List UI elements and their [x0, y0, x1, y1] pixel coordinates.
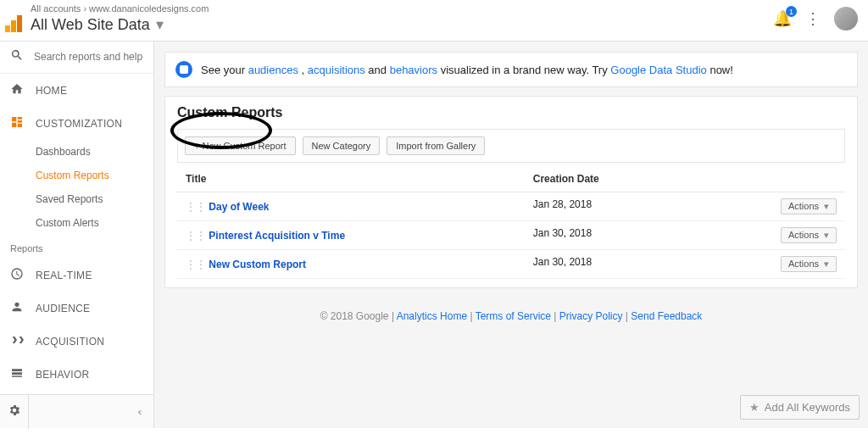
breadcrumb-all: All accounts: [31, 3, 81, 14]
creation-date: Jan 30, 2018: [533, 256, 592, 268]
chevron-down-icon: ▾: [824, 230, 829, 240]
drag-handle-icon[interactable]: ⋮⋮: [186, 201, 206, 213]
chevron-down-icon: ▾: [824, 259, 829, 269]
chevron-down-icon: ▾: [824, 201, 829, 211]
table-row: ⋮⋮ New Custom Report Jan 30, 2018 Action…: [177, 250, 845, 279]
new-category-button[interactable]: New Category: [303, 136, 381, 155]
drag-handle-icon[interactable]: ⋮⋮: [186, 259, 206, 270]
more-menu-button[interactable]: ⋮: [805, 9, 821, 28]
breadcrumb[interactable]: All accounts › www.dananicoledesigns.com: [31, 3, 209, 14]
sidebar: Search reports and help HOME CUSTOMIZATI…: [0, 42, 154, 428]
footer-copyright: © 2018 Google: [320, 310, 389, 322]
sidebar-item-label: AUDIENCE: [36, 303, 90, 314]
collapse-sidebar-button[interactable]: ‹: [29, 405, 153, 418]
actions-button[interactable]: Actions▾: [781, 227, 837, 243]
gear-icon: [8, 403, 21, 420]
sidebar-sub-custom-alerts[interactable]: Custom Alerts: [0, 211, 153, 235]
avatar[interactable]: [834, 7, 858, 31]
link-terms-of-service[interactable]: Terms of Service: [476, 310, 551, 322]
acquisition-icon: [10, 333, 24, 349]
report-link[interactable]: Pinterest Acquisition v Time: [209, 230, 345, 242]
star-icon: ★: [749, 401, 760, 414]
drag-handle-icon[interactable]: ⋮⋮: [186, 230, 206, 242]
link-google-data-studio[interactable]: Google Data Studio: [610, 64, 706, 76]
add-all-keywords-button[interactable]: ★Add All Keywords: [740, 395, 860, 420]
link-acquisitions[interactable]: acquisitions: [308, 64, 365, 76]
admin-button[interactable]: [0, 395, 29, 429]
data-studio-banner: See your audiences , acquisitions and be…: [164, 52, 858, 87]
data-studio-icon: [175, 61, 192, 78]
footer-links: © 2018 Google | Analytics Home | Terms o…: [154, 297, 868, 336]
link-send-feedback[interactable]: Send Feedback: [631, 310, 702, 322]
link-behaviors[interactable]: behaviors: [390, 64, 437, 76]
view-title: All Web Site Data: [31, 16, 150, 33]
sidebar-item-acquisition[interactable]: ACQUISITION: [0, 325, 153, 358]
report-link[interactable]: Day of Week: [209, 201, 269, 213]
ga-logo-icon: [5, 15, 22, 32]
search-input[interactable]: Search reports and help: [0, 42, 153, 74]
behavior-icon: [10, 366, 24, 382]
sidebar-item-label: BEHAVIOR: [36, 369, 90, 381]
sidebar-item-realtime[interactable]: REAL-TIME: [0, 259, 153, 292]
breadcrumb-domain: www.dananicoledesigns.com: [89, 3, 209, 14]
customization-icon: [10, 115, 24, 131]
link-analytics-home[interactable]: Analytics Home: [397, 310, 467, 322]
notifications-count: 1: [786, 6, 797, 17]
panel-toolbar: + New Custom Report New Category Import …: [177, 129, 845, 163]
col-creation-date: Creation Date: [525, 166, 845, 192]
person-icon: [10, 300, 24, 316]
search-icon: [10, 48, 24, 64]
sidebar-item-behavior[interactable]: BEHAVIOR: [0, 358, 153, 391]
chevron-down-icon: ▾: [156, 16, 164, 33]
creation-date: Jan 30, 2018: [533, 227, 592, 239]
new-custom-report-button[interactable]: + New Custom Report: [185, 136, 296, 155]
kebab-icon: ⋮: [805, 10, 821, 27]
link-privacy-policy[interactable]: Privacy Policy: [559, 310, 623, 322]
sidebar-sub-custom-reports[interactable]: Custom Reports: [0, 164, 153, 187]
chevron-left-icon: ‹: [138, 405, 142, 418]
sidebar-item-label: REAL-TIME: [36, 270, 92, 281]
creation-date: Jan 28, 2018: [533, 198, 592, 210]
sidebar-sub-saved-reports[interactable]: Saved Reports: [0, 187, 153, 211]
home-icon: [10, 82, 24, 98]
actions-button[interactable]: Actions▾: [781, 198, 837, 214]
breadcrumb-separator: ›: [83, 3, 86, 14]
sidebar-item-label: CUSTOMIZATION: [36, 118, 122, 130]
table-row: ⋮⋮ Pinterest Acquisition v Time Jan 30, …: [177, 221, 845, 250]
sidebar-item-audience[interactable]: AUDIENCE: [0, 292, 153, 325]
sidebar-reports-header: Reports: [0, 235, 153, 259]
reports-table: Title Creation Date ⋮⋮ Day of Week Jan 2…: [177, 166, 845, 279]
custom-reports-panel: Custom Reports + New Custom Report New C…: [164, 96, 858, 288]
sidebar-item-label: ACQUISITION: [36, 336, 104, 348]
link-audiences[interactable]: audiences: [248, 64, 298, 76]
sidebar-item-customization[interactable]: CUSTOMIZATION: [0, 107, 153, 140]
top-bar: All accounts › www.dananicoledesigns.com…: [0, 0, 868, 42]
sidebar-item-home[interactable]: HOME: [0, 74, 153, 107]
notifications-button[interactable]: 🔔 1: [773, 9, 792, 28]
table-row: ⋮⋮ Day of Week Jan 28, 2018 Actions▾: [177, 192, 845, 221]
main-content: See your audiences , acquisitions and be…: [154, 42, 868, 428]
import-from-gallery-button[interactable]: Import from Gallery: [387, 136, 485, 155]
actions-button[interactable]: Actions▾: [781, 256, 837, 272]
report-link[interactable]: New Custom Report: [209, 259, 306, 270]
sidebar-item-label: HOME: [36, 85, 67, 97]
clock-icon: [10, 267, 24, 283]
sidebar-sub-dashboards[interactable]: Dashboards: [0, 140, 153, 164]
panel-title: Custom Reports: [177, 105, 845, 120]
search-placeholder: Search reports and help: [34, 51, 142, 63]
view-selector[interactable]: All Web Site Data ▾: [31, 15, 209, 34]
col-title: Title: [177, 166, 525, 192]
